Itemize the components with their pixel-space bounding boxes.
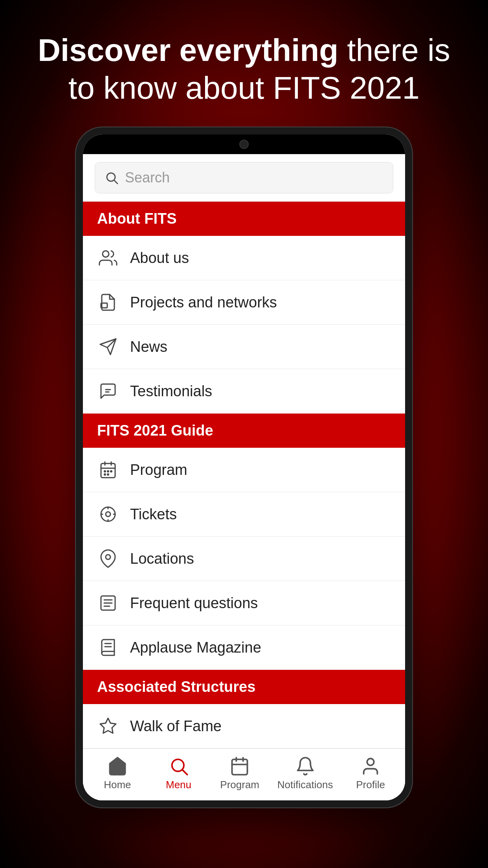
- menu-item-testimonials[interactable]: Testimonials: [83, 369, 405, 414]
- svg-point-18: [106, 512, 110, 517]
- projects-networks-label: Projects and networks: [130, 294, 277, 311]
- menu-item-about-us[interactable]: About us: [83, 236, 405, 280]
- menu-item-faq[interactable]: Frequent questions: [83, 581, 405, 625]
- bell-icon: [295, 756, 316, 776]
- svg-point-19: [106, 555, 110, 559]
- search-placeholder-text: Search: [125, 169, 170, 186]
- menu-item-walk-of-fame[interactable]: Walk of Fame: [83, 704, 405, 748]
- section-header-about-fits: About FITS: [83, 202, 405, 236]
- svg-point-2: [103, 251, 109, 257]
- menu-item-magazine[interactable]: Applause Magazine: [83, 625, 405, 670]
- section-header-fits-guide: FITS 2021 Guide: [83, 414, 405, 448]
- news-label: News: [130, 338, 167, 355]
- about-us-label: About us: [130, 250, 189, 267]
- person-icon: [360, 756, 381, 776]
- send-icon: [97, 336, 119, 358]
- section-header-associated: Associated Structures: [83, 670, 405, 704]
- menu-item-program[interactable]: Program: [83, 448, 405, 492]
- svg-point-33: [367, 759, 374, 765]
- menu-item-tickets[interactable]: Tickets: [83, 492, 405, 537]
- people-icon: [97, 247, 119, 269]
- book-icon: [97, 636, 119, 658]
- svg-line-1: [114, 180, 117, 184]
- calendar-nav-icon: [229, 756, 250, 776]
- tickets-label: Tickets: [130, 506, 177, 523]
- list-icon: [97, 592, 119, 614]
- menu-item-news[interactable]: News: [83, 325, 405, 369]
- chat-icon: [97, 380, 119, 402]
- phone-screen: Search About FITS About us: [83, 134, 405, 800]
- search-bar[interactable]: Search: [83, 154, 405, 202]
- nav-item-profile[interactable]: Profile: [347, 756, 394, 791]
- program-nav-label: Program: [220, 779, 259, 791]
- walk-of-fame-label: Walk of Fame: [130, 718, 222, 735]
- nav-item-menu[interactable]: Menu: [155, 756, 202, 791]
- testimonials-label: Testimonials: [130, 383, 212, 400]
- ticket-icon: [97, 503, 119, 525]
- hero-line2: to know about FITS 2021: [68, 70, 420, 105]
- phone-frame: Search About FITS About us: [75, 127, 413, 808]
- menu-item-locations[interactable]: Locations: [83, 537, 405, 581]
- search-input-wrapper[interactable]: Search: [95, 162, 393, 193]
- notifications-nav-label: Notifications: [277, 779, 333, 791]
- profile-nav-label: Profile: [356, 779, 385, 791]
- menu-nav-label: Menu: [166, 779, 191, 791]
- home-nav-label: Home: [104, 779, 131, 791]
- faq-label: Frequent questions: [130, 595, 258, 612]
- documents-icon: [97, 291, 119, 313]
- nav-item-program[interactable]: Program: [216, 756, 263, 791]
- menu-item-projects-networks[interactable]: Projects and networks: [83, 280, 405, 325]
- magazine-label: Applause Magazine: [130, 639, 261, 656]
- search-icon: [105, 171, 119, 185]
- star-icon: [97, 715, 119, 737]
- hero-bold: Discover everything: [38, 33, 338, 68]
- nav-item-home[interactable]: Home: [94, 756, 141, 791]
- menu-list: About FITS About us: [83, 202, 405, 800]
- hero-section: Discover everything there is to know abo…: [0, 0, 488, 127]
- bottom-navigation: Home Menu Program: [83, 748, 405, 800]
- home-icon: [107, 756, 128, 776]
- locations-label: Locations: [130, 550, 194, 567]
- location-icon: [97, 548, 119, 570]
- svg-line-28: [182, 770, 187, 775]
- program-label: Program: [130, 462, 187, 478]
- svg-rect-29: [232, 760, 248, 775]
- hero-rest: there is: [338, 33, 450, 68]
- menu-search-icon: [169, 756, 189, 776]
- svg-marker-26: [100, 718, 116, 733]
- calendar-icon: [97, 459, 119, 481]
- nav-item-notifications[interactable]: Notifications: [277, 756, 333, 791]
- phone-notch: [83, 134, 405, 154]
- camera-dot: [239, 140, 249, 149]
